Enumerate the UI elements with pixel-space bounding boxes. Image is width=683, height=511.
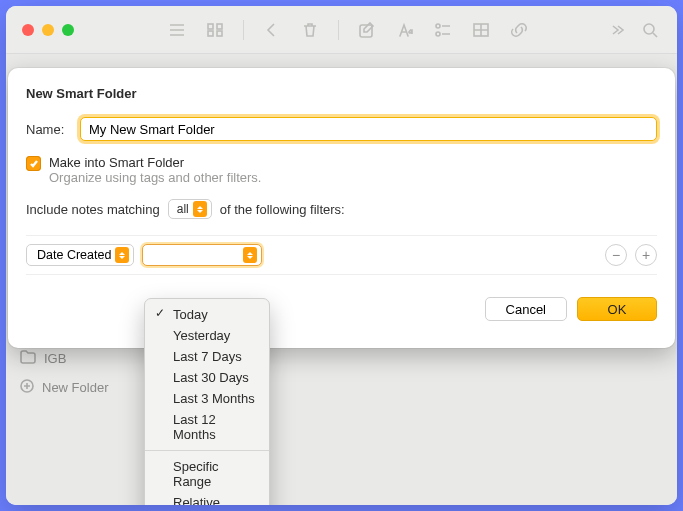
- svg-point-5: [436, 24, 440, 28]
- menu-separator: [145, 450, 269, 451]
- svg-rect-3: [217, 31, 222, 36]
- menu-item[interactable]: Today: [145, 304, 269, 325]
- sidebar-item-label: IGB: [44, 351, 66, 366]
- plus-circle-icon: [20, 379, 34, 396]
- stepper-icon: [243, 247, 257, 263]
- trash-icon[interactable]: [300, 21, 320, 39]
- titlebar: [6, 6, 677, 54]
- menu-item[interactable]: Yesterday: [145, 325, 269, 346]
- minimize-window-button[interactable]: [42, 24, 54, 36]
- folder-name-input[interactable]: [80, 117, 657, 141]
- list-view-icon[interactable]: [167, 21, 187, 39]
- new-folder-label: New Folder: [42, 380, 108, 395]
- menu-item[interactable]: Last 3 Months: [145, 388, 269, 409]
- filter-row: Date Created − +: [26, 235, 657, 275]
- menu-item[interactable]: Specific Range: [145, 456, 269, 492]
- filter-value-select[interactable]: [142, 244, 262, 266]
- grid-view-icon[interactable]: [205, 21, 225, 39]
- fullscreen-window-button[interactable]: [62, 24, 74, 36]
- font-icon[interactable]: [395, 21, 415, 39]
- add-filter-button[interactable]: +: [635, 244, 657, 266]
- menu-item[interactable]: Last 12 Months: [145, 409, 269, 445]
- menu-item[interactable]: Last 7 Days: [145, 346, 269, 367]
- filter-field-value: Date Created: [37, 248, 111, 262]
- match-mode-select[interactable]: all: [168, 199, 212, 219]
- window-controls: [22, 24, 74, 36]
- include-text-pre: Include notes matching: [26, 202, 160, 217]
- overflow-icon[interactable]: [607, 21, 627, 39]
- search-icon[interactable]: [641, 21, 661, 39]
- stepper-icon: [193, 201, 207, 217]
- compose-icon[interactable]: [357, 21, 377, 39]
- remove-filter-button[interactable]: −: [605, 244, 627, 266]
- svg-rect-1: [217, 24, 222, 29]
- back-icon[interactable]: [262, 21, 282, 39]
- toolbar: [88, 20, 607, 40]
- table-icon[interactable]: [471, 21, 491, 39]
- svg-point-8: [644, 24, 654, 34]
- checklist-icon[interactable]: [433, 21, 453, 39]
- svg-point-6: [436, 32, 440, 36]
- include-text-post: of the following filters:: [220, 202, 345, 217]
- menu-item[interactable]: Relative Range: [145, 492, 269, 505]
- stepper-icon: [115, 247, 129, 263]
- link-icon[interactable]: [509, 21, 529, 39]
- svg-rect-2: [208, 31, 213, 36]
- cancel-button[interactable]: Cancel: [485, 297, 567, 321]
- dialog-title: New Smart Folder: [26, 86, 657, 101]
- smart-folder-checkbox[interactable]: [26, 156, 41, 171]
- svg-rect-0: [208, 24, 213, 29]
- folder-icon: [20, 350, 36, 367]
- checkbox-label: Make into Smart Folder: [49, 155, 261, 170]
- app-window: IGB New Folder New Smart Folder Name: Ma…: [6, 6, 677, 505]
- checkbox-sublabel: Organize using tags and other filters.: [49, 170, 261, 185]
- date-range-dropdown: TodayYesterdayLast 7 DaysLast 30 DaysLas…: [144, 298, 270, 505]
- smart-folder-dialog: New Smart Folder Name: Make into Smart F…: [8, 68, 675, 348]
- window-content: IGB New Folder New Smart Folder Name: Ma…: [6, 54, 677, 505]
- ok-button[interactable]: OK: [577, 297, 657, 321]
- filter-field-select[interactable]: Date Created: [26, 244, 134, 266]
- match-mode-value: all: [177, 202, 189, 216]
- close-window-button[interactable]: [22, 24, 34, 36]
- menu-item[interactable]: Last 30 Days: [145, 367, 269, 388]
- name-label: Name:: [26, 122, 70, 137]
